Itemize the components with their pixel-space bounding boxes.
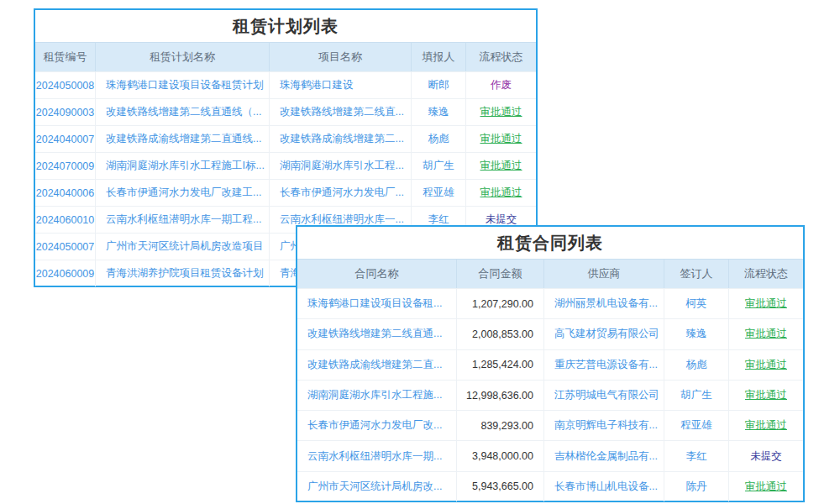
lease-id-link[interactable]: 2024090003 xyxy=(35,99,96,125)
table-row: 改建铁路线增建第二线直通...2,008,853.00高飞建材贸易有限公司臻逸审… xyxy=(297,318,803,349)
supplier-link[interactable]: 长春市博山机电设备... xyxy=(544,472,664,501)
column-header-status: 流程状态 xyxy=(729,260,803,288)
table-row: 珠海鹤港口建设项目设备租...1,207,290.00湖州丽景机电设备有...柯… xyxy=(297,288,803,318)
lease-id-link[interactable]: 2024060009 xyxy=(35,260,96,286)
contract-name-link[interactable]: 珠海鹤港口建设项目设备租... xyxy=(297,289,457,318)
table-row: 2024090003改建铁路线增建第二线直通线（...改建铁路线增建第二线直..… xyxy=(35,98,536,125)
contract-amount: 2,008,853.00 xyxy=(457,319,544,349)
contract-name-link[interactable]: 云南水利枢纽潜明水库一期... xyxy=(297,441,457,470)
plan-name-link[interactable]: 珠海鹤港口建设项目设备租赁计划 xyxy=(96,72,270,98)
project-name-link[interactable]: 改建铁路成渝线增建第二... xyxy=(270,126,412,152)
status-text[interactable]: 审批通过 xyxy=(729,319,803,349)
table-row: 改建铁路成渝线增建第二直...1,285,424.00重庆艺普电源设备有...杨… xyxy=(297,349,803,380)
table-row: 2024050008珠海鹤港口建设项目设备租赁计划珠海鹤港口建设断郎作废 xyxy=(35,71,536,98)
status-text[interactable]: 作废 xyxy=(466,72,536,98)
column-header-signer: 签订人 xyxy=(664,260,729,288)
supplier-link[interactable]: 江苏明城电气有限公司 xyxy=(544,381,664,410)
column-header-plan-name: 租赁计划名称 xyxy=(96,43,270,71)
plan-name-link[interactable]: 青海洪湖养护院项目租赁设备计划 xyxy=(96,260,270,286)
lease-id-link[interactable]: 2024050008 xyxy=(35,72,96,98)
contract-amount: 12,998,636.00 xyxy=(457,381,544,410)
signer-name[interactable]: 柯英 xyxy=(664,289,729,318)
lease-id-link[interactable]: 2024070009 xyxy=(35,153,96,179)
project-name-link[interactable]: 珠海鹤港口建设 xyxy=(270,72,412,98)
contract-name-link[interactable]: 改建铁路线增建第二线直通... xyxy=(297,319,457,349)
reporter-name[interactable]: 杨彪 xyxy=(412,126,466,152)
lease-plan-panel-title: 租赁计划列表 xyxy=(35,10,536,42)
contract-name-link[interactable]: 广州市天河区统计局机房改... xyxy=(297,472,457,501)
status-text[interactable]: 审批通过 xyxy=(466,126,536,152)
supplier-link[interactable]: 高飞建材贸易有限公司 xyxy=(544,319,664,349)
status-text[interactable]: 审批通过 xyxy=(466,153,536,179)
project-name-link[interactable]: 湖南洞庭湖水库引水工程... xyxy=(270,153,412,179)
contract-name-link[interactable]: 长春市伊通河水力发电厂改... xyxy=(297,411,457,440)
table-row: 2024070009湖南洞庭湖水库引水工程施工I标...湖南洞庭湖水库引水工程.… xyxy=(35,152,536,179)
signer-name[interactable]: 陈丹 xyxy=(664,472,729,501)
supplier-link[interactable]: 湖州丽景机电设备有... xyxy=(544,289,664,318)
reporter-name[interactable]: 断郎 xyxy=(412,72,466,98)
column-header-project-name: 项目名称 xyxy=(270,43,412,71)
contract-name-link[interactable]: 改建铁路成渝线增建第二直... xyxy=(297,350,457,380)
contract-amount: 1,207,290.00 xyxy=(457,289,544,318)
supplier-link[interactable]: 南京明辉电子科技有... xyxy=(544,411,664,440)
status-text[interactable]: 未提交 xyxy=(729,441,803,470)
column-header-contract-name: 合同名称 xyxy=(297,260,457,288)
plan-name-link[interactable]: 改建铁路线增建第二线直通线（... xyxy=(96,99,270,125)
table-row: 广州市天河区统计局机房改...5,943,665.00长春市博山机电设备...陈… xyxy=(297,471,803,501)
plan-name-link[interactable]: 改建铁路成渝线增建第二直通线... xyxy=(96,126,270,152)
status-text[interactable]: 审批通过 xyxy=(466,180,536,206)
contract-amount: 3,948,000.00 xyxy=(457,441,544,470)
contract-name-link[interactable]: 湖南洞庭湖水库引水工程施... xyxy=(297,381,457,410)
status-text[interactable]: 审批通过 xyxy=(729,472,803,501)
column-header-reporter: 填报人 xyxy=(412,43,466,71)
column-header-supplier: 供应商 xyxy=(544,260,664,288)
signer-name[interactable]: 胡广生 xyxy=(664,381,729,410)
signer-name[interactable]: 臻逸 xyxy=(664,319,729,349)
contract-amount: 839,293.00 xyxy=(457,411,544,440)
table-row: 湖南洞庭湖水库引水工程施...12,998,636.00江苏明城电气有限公司胡广… xyxy=(297,380,803,410)
lease-contract-table-body: 珠海鹤港口建设项目设备租...1,207,290.00湖州丽景机电设备有...柯… xyxy=(297,288,803,501)
reporter-name[interactable]: 程亚雄 xyxy=(412,180,466,206)
lease-id-link[interactable]: 2024060010 xyxy=(35,207,96,233)
contract-amount: 1,285,424.00 xyxy=(457,350,544,380)
column-header-lease-id: 租赁编号 xyxy=(35,43,96,71)
lease-contract-table-header: 合同名称 合同金额 供应商 签订人 流程状态 xyxy=(297,259,803,288)
table-row: 2024040006长春市伊通河水力发电厂改建工...长春市伊通河水力发电厂..… xyxy=(35,179,536,206)
column-header-status: 流程状态 xyxy=(466,43,536,71)
status-text[interactable]: 审批通过 xyxy=(729,381,803,410)
project-name-link[interactable]: 长春市伊通河水力发电厂... xyxy=(270,180,412,206)
plan-name-link[interactable]: 广州市天河区统计局机房改造项目 xyxy=(96,234,270,260)
supplier-link[interactable]: 吉林楷伦金属制品有... xyxy=(544,441,664,470)
lease-id-link[interactable]: 2024040007 xyxy=(35,126,96,152)
project-name-link[interactable]: 改建铁路线增建第二线直... xyxy=(270,99,412,125)
plan-name-link[interactable]: 长春市伊通河水力发电厂改建工... xyxy=(96,180,270,206)
status-text[interactable]: 审批通过 xyxy=(466,99,536,125)
status-text[interactable]: 审批通过 xyxy=(729,350,803,380)
lease-contract-panel-title: 租赁合同列表 xyxy=(297,227,803,259)
reporter-name[interactable]: 臻逸 xyxy=(412,99,466,125)
lease-id-link[interactable]: 2024040006 xyxy=(35,180,96,206)
contract-amount: 5,943,665.00 xyxy=(457,472,544,501)
plan-name-link[interactable]: 湖南洞庭湖水库引水工程施工I标... xyxy=(96,153,270,179)
reporter-name[interactable]: 胡广生 xyxy=(412,153,466,179)
signer-name[interactable]: 程亚雄 xyxy=(664,411,729,440)
table-row: 2024040007改建铁路成渝线增建第二直通线...改建铁路成渝线增建第二..… xyxy=(35,125,536,152)
table-row: 长春市伊通河水力发电厂改...839,293.00南京明辉电子科技有...程亚雄… xyxy=(297,410,803,440)
column-header-contract-amount: 合同金额 xyxy=(457,260,544,288)
plan-name-link[interactable]: 云南水利枢纽潜明水库一期工程... xyxy=(96,207,270,233)
supplier-link[interactable]: 重庆艺普电源设备有... xyxy=(544,350,664,380)
status-text[interactable]: 审批通过 xyxy=(729,289,803,318)
lease-plan-table-header: 租赁编号 租赁计划名称 项目名称 填报人 流程状态 xyxy=(35,42,536,71)
signer-name[interactable]: 杨彪 xyxy=(664,350,729,380)
table-row: 云南水利枢纽潜明水库一期...3,948,000.00吉林楷伦金属制品有...李… xyxy=(297,440,803,470)
status-text[interactable]: 审批通过 xyxy=(729,411,803,440)
page-background: 租赁计划列表 租赁编号 租赁计划名称 项目名称 填报人 流程状态 2024050… xyxy=(0,0,840,504)
signer-name[interactable]: 李红 xyxy=(664,441,729,470)
lease-id-link[interactable]: 2024050007 xyxy=(35,234,96,260)
lease-contract-panel: 租赁合同列表 合同名称 合同金额 供应商 签订人 流程状态 珠海鹤港口建设项目设… xyxy=(296,225,805,502)
